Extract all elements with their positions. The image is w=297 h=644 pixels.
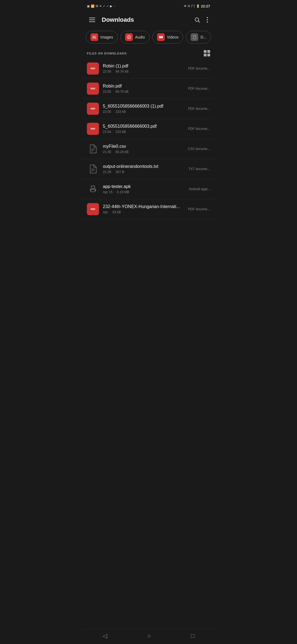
file-type: PDF docume...	[186, 107, 210, 111]
grid-view-button[interactable]	[204, 50, 210, 56]
file-item[interactable]: PDF Robin (1).pdf 22:06 99.76 kB PDF doc…	[82, 59, 215, 79]
sim-icon: ▣	[87, 4, 90, 8]
search-icon	[194, 17, 200, 23]
file-size: 233 kB	[116, 130, 126, 134]
filter-videos[interactable]: Videos	[152, 31, 183, 43]
status-left-icons: ▣ 📶 M ✶ ✓ ✓ ▶ ···	[87, 4, 116, 8]
file-item[interactable]: PDF Robin.pdf 22:05 99.76 kB PDF docume.…	[82, 79, 215, 99]
status-bar: ▣ 📶 M ✶ ✓ ✓ ▶ ··· 👁 N 📳 🔋 22:27	[82, 0, 215, 11]
page-title: Downloads	[102, 16, 192, 23]
pdf-file-icon: PDF	[87, 83, 99, 95]
svg-point-12	[91, 186, 95, 190]
home-button[interactable]: ○	[143, 631, 155, 641]
back-button[interactable]: ◁	[98, 631, 112, 641]
status-right-icons: 👁 N 📳 🔋 22:27	[184, 4, 210, 8]
file-item[interactable]: app-tester.apk Apr 15 6.19 MB Android ap…	[82, 179, 215, 199]
more-icon: ···	[113, 4, 116, 8]
file-list: PDF Robin (1).pdf 22:06 99.76 kB PDF doc…	[82, 59, 215, 219]
status-time: 22:27	[201, 4, 210, 8]
pdf-file-icon: PDF	[87, 103, 99, 115]
file-item[interactable]: PDF 5_60551058566666003.pdf 22:04 233 kB…	[82, 119, 215, 139]
file-info: app-tester.apk Apr 15 6.19 MB	[103, 184, 187, 194]
file-type: TXT docume...	[186, 167, 210, 171]
file-size: 99.76 kB	[116, 70, 128, 73]
file-name: app-tester.apk	[103, 184, 187, 189]
svg-point-15	[92, 187, 92, 188]
file-time: 22:05	[103, 110, 111, 114]
file-info: Robin.pdf 22:05 99.76 kB	[103, 84, 186, 94]
filter-docs[interactable]: D...	[186, 31, 211, 43]
battery-icon: 🔋	[196, 4, 200, 8]
file-time: Apr	[103, 210, 108, 214]
file-item[interactable]: myFile0.csv 21:30 80.28 kB CSV docume...	[82, 139, 215, 159]
filter-chips: Images Audio Videos D...	[82, 29, 215, 47]
file-name: Robin (1).pdf	[103, 64, 186, 69]
images-chip-icon	[90, 33, 98, 41]
file-time: 22:04	[103, 130, 111, 134]
audio-chip-icon	[125, 33, 133, 41]
file-meta: 22:05 99.76 kB	[103, 90, 186, 94]
file-info: Robin (1).pdf 22:06 99.76 kB	[103, 64, 186, 73]
docs-chip-icon	[191, 33, 198, 41]
file-item[interactable]: PDF 5_60551058566666003 (1).pdf 22:05 23…	[82, 99, 215, 119]
file-type: Android appl...	[187, 187, 210, 191]
vibrate-icon: 📳	[191, 4, 195, 8]
check2-icon: ✓	[106, 4, 109, 8]
doc-file-icon	[87, 163, 99, 175]
pdf-file-icon: PDF	[87, 203, 99, 215]
file-name: 232-44th-YONEX-Hungarian-Internati...	[103, 204, 186, 209]
file-type: CSV docume...	[186, 147, 210, 151]
mail-icon: M	[96, 4, 98, 8]
file-item[interactable]: PDF 232-44th-YONEX-Hungarian-Internati..…	[82, 199, 215, 219]
images-chip-label: Images	[100, 35, 113, 39]
docs-chip-label: D...	[200, 35, 207, 39]
bottom-spacer	[82, 219, 215, 237]
file-size: 6.19 MB	[117, 190, 129, 194]
audio-chip-label: Audio	[135, 35, 145, 39]
svg-line-1	[198, 21, 200, 22]
pdf-file-icon: PDF	[87, 123, 99, 135]
brightness-icon: ✶	[99, 4, 102, 8]
file-info: 5_60551058566666003 (1).pdf 22:05 233 kB	[103, 104, 186, 114]
file-size: 53 kB	[112, 210, 121, 214]
file-name: myFile0.csv	[103, 144, 186, 149]
section-title: FILES ON DOWNLOADS	[87, 52, 127, 55]
apk-file-icon	[87, 183, 99, 195]
file-type: PDF docume...	[186, 207, 210, 211]
file-name: Robin.pdf	[103, 84, 186, 89]
file-size: 233 kB	[116, 110, 126, 114]
file-meta: 22:04 233 kB	[103, 130, 186, 134]
file-meta: 21:29 357 B	[103, 170, 186, 174]
file-time: 22:06	[103, 70, 111, 73]
file-name: 5_60551058566666003.pdf	[103, 124, 186, 129]
svg-line-13	[91, 185, 92, 186]
filter-audio[interactable]: Audio	[120, 31, 150, 43]
filter-images[interactable]: Images	[86, 31, 118, 43]
doc-file-icon	[87, 143, 99, 155]
search-button[interactable]	[192, 15, 202, 25]
youtube-icon: ▶	[110, 4, 112, 8]
file-type: PDF docume...	[186, 67, 210, 70]
file-info: 5_60551058566666003.pdf 22:04 233 kB	[103, 124, 186, 134]
svg-point-3	[93, 36, 94, 37]
app-bar: Downloads	[82, 11, 215, 29]
wifi-icon: 📶	[91, 4, 95, 8]
app-bar-actions	[192, 15, 210, 25]
svg-line-14	[94, 185, 95, 186]
file-meta: 21:30 80.28 kB	[103, 150, 186, 154]
bottom-nav: ◁ ○ □	[82, 629, 215, 644]
file-meta: Apr 53 kB	[103, 210, 186, 214]
recents-button[interactable]: □	[186, 631, 199, 641]
file-name: 5_60551058566666003 (1).pdf	[103, 104, 186, 109]
svg-point-16	[94, 187, 94, 188]
videos-chip-label: Videos	[167, 35, 179, 39]
more-options-button[interactable]	[205, 15, 210, 25]
file-type: PDF docume...	[186, 87, 210, 91]
file-info: myFile0.csv 21:30 80.28 kB	[103, 144, 186, 154]
file-item[interactable]: output-onlinerandomtools.txt 21:29 357 B…	[82, 159, 215, 179]
check1-icon: ✓	[103, 4, 105, 8]
nfc-icon: N	[188, 4, 190, 8]
videos-chip-icon	[157, 33, 165, 41]
file-size: 357 B	[116, 170, 124, 174]
menu-button[interactable]	[87, 15, 97, 24]
